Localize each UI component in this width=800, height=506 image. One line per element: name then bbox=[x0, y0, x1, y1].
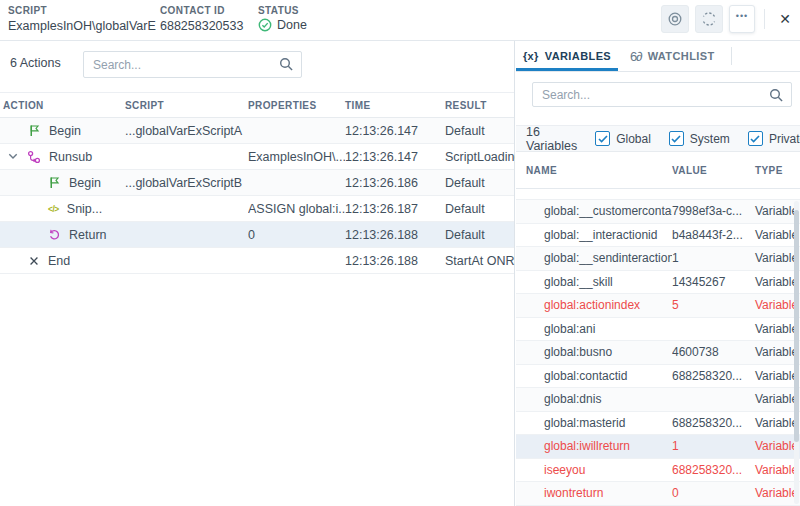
action-result: StartAt ONRELE bbox=[445, 254, 515, 268]
variable-row[interactable]: global:__interactionid b4a8443f-2... Var… bbox=[516, 224, 800, 248]
contact-id-label: CONTACT ID bbox=[160, 5, 243, 16]
variable-name: global:busno bbox=[516, 345, 672, 359]
variable-type: Variable bbox=[752, 416, 800, 430]
variable-name: global:__interactionid bbox=[516, 228, 672, 242]
col-name: NAME bbox=[516, 165, 672, 176]
variable-value: 688258320... bbox=[672, 416, 752, 430]
variable-name: global:masterid bbox=[516, 416, 672, 430]
variables-scrollbar-thumb[interactable] bbox=[794, 210, 799, 442]
variable-type: Variable bbox=[752, 345, 800, 359]
col-script: SCRIPT bbox=[125, 100, 248, 111]
variable-name: iwontreturn bbox=[516, 486, 672, 500]
variable-type: Variable bbox=[752, 486, 800, 500]
actions-table-header: ACTION SCRIPT PROPERTIES TIME RESULT bbox=[0, 92, 514, 118]
filter-private[interactable]: Private bbox=[748, 131, 800, 146]
return-arrow-icon bbox=[48, 228, 61, 241]
script-debugger-window: SCRIPT ExamplesInOH\globalVarExScri... C… bbox=[0, 0, 800, 506]
action-row-begin-a[interactable]: Begin ...globalVarExScriptA 12:13:26.147… bbox=[0, 118, 514, 144]
search-icon bbox=[769, 88, 784, 103]
variables-search-input[interactable] bbox=[532, 82, 792, 107]
header-field-contact-id: CONTACT ID 688258320533 bbox=[160, 5, 243, 33]
actions-count: 6 Actions bbox=[10, 56, 61, 70]
action-result: Default bbox=[445, 124, 515, 138]
variable-row[interactable]: global:contactid 688258320... Variable bbox=[516, 365, 800, 389]
action-row-end[interactable]: End 12:13:26.188 StartAt ONRELE bbox=[0, 248, 514, 274]
tab-watchlist[interactable]: 6∂ WATCHLIST bbox=[630, 41, 717, 71]
variable-row[interactable]: global:__customercontac... 7998ef3a-c...… bbox=[516, 200, 800, 224]
variable-row[interactable]: global:__sendinteraction... 1 Variable bbox=[516, 247, 800, 271]
variable-name: iseeyou bbox=[516, 463, 672, 477]
actions-panel: 6 Actions ACTION SCRIPT PROPERTIES TIME … bbox=[0, 41, 515, 506]
window-header: SCRIPT ExamplesInOH\globalVarExScri... C… bbox=[0, 0, 800, 41]
variable-name: global:__customercontac... bbox=[516, 204, 672, 218]
actions-search-input[interactable] bbox=[83, 51, 302, 78]
refresh-trace-button[interactable] bbox=[695, 5, 723, 33]
action-properties: 0 bbox=[248, 228, 345, 242]
variable-value: 0 bbox=[672, 486, 752, 500]
filter-system[interactable]: System bbox=[669, 131, 730, 146]
variable-type: Variable bbox=[752, 463, 800, 477]
filter-global-label: Global bbox=[616, 132, 651, 146]
close-button[interactable]: ✕ bbox=[774, 8, 796, 30]
checkbox-global[interactable] bbox=[595, 131, 610, 146]
variable-row[interactable]: global:dnis Variable bbox=[516, 388, 800, 412]
action-row-return[interactable]: Return 0 12:13:26.188 Default bbox=[0, 222, 514, 248]
col-value: VALUE bbox=[672, 165, 752, 176]
monitor-target-button[interactable] bbox=[661, 5, 689, 33]
begin-flag-icon bbox=[28, 124, 41, 137]
variable-row-selected[interactable]: global:iwillreturn 1 Variable bbox=[516, 435, 800, 459]
variable-row[interactable]: global:ani Variable bbox=[516, 318, 800, 342]
watchlist-glasses-icon: 6∂ bbox=[630, 49, 642, 64]
action-result: Default bbox=[445, 176, 515, 190]
variables-search-row bbox=[516, 72, 800, 125]
action-result: Default bbox=[445, 202, 515, 216]
variables-row-partial bbox=[516, 189, 800, 200]
inspector-tabs: {x} VARIABLES 6∂ WATCHLIST bbox=[516, 41, 800, 72]
tab-variables[interactable]: {x} VARIABLES bbox=[516, 41, 618, 71]
snippet-code-icon: </> bbox=[48, 204, 59, 214]
header-field-status: STATUS Done bbox=[258, 5, 307, 32]
variable-name: global:iwillreturn bbox=[516, 439, 672, 453]
check-icon bbox=[750, 135, 760, 143]
window-controls: ••• ✕ bbox=[661, 4, 796, 34]
variables-searchbox bbox=[532, 82, 792, 107]
variable-name: global:contactid bbox=[516, 369, 672, 383]
variable-row[interactable]: global:masterid 688258320... Variable bbox=[516, 412, 800, 436]
action-row-begin-b[interactable]: Begin ...globalVarExScriptB 12:13:26.186… bbox=[0, 170, 514, 196]
contact-id-value: 688258320533 bbox=[160, 19, 243, 33]
checkbox-system[interactable] bbox=[669, 131, 684, 146]
actions-searchbox bbox=[83, 51, 302, 78]
action-row-runsub[interactable]: Runsub ExamplesInOH\... 12:13:26.147 Scr… bbox=[0, 144, 514, 170]
filter-global[interactable]: Global bbox=[595, 131, 651, 146]
variable-type: Variable bbox=[752, 322, 800, 336]
variable-row[interactable]: global:__skill 14345267 Variable bbox=[516, 271, 800, 295]
checkbox-private[interactable] bbox=[748, 131, 763, 146]
filter-system-label: System bbox=[690, 132, 730, 146]
ellipsis-icon: ••• bbox=[736, 11, 748, 21]
variable-row[interactable]: iwontreturn 0 Variable bbox=[516, 482, 800, 506]
variables-icon: {x} bbox=[523, 50, 539, 62]
more-options-button[interactable]: ••• bbox=[729, 5, 755, 33]
variable-row[interactable]: global:actionindex 5 Variable bbox=[516, 294, 800, 318]
variable-row[interactable]: iseeyou 688258320... Variable bbox=[516, 459, 800, 483]
status-badge: Done bbox=[277, 18, 307, 32]
variable-name: global:actionindex bbox=[516, 298, 672, 312]
variable-value: 14345267 bbox=[672, 275, 752, 289]
variable-type: Variable bbox=[752, 298, 800, 312]
col-time: TIME bbox=[345, 100, 445, 111]
variable-type: Variable bbox=[752, 275, 800, 289]
action-name: Begin bbox=[69, 176, 101, 190]
variable-value: 1 bbox=[672, 439, 752, 453]
action-time: 12:13:26.147 bbox=[345, 150, 445, 164]
col-properties: PROPERTIES bbox=[248, 100, 345, 111]
script-value: ExamplesInOH\globalVarExScri... bbox=[8, 19, 156, 33]
variables-count: 16 Variables bbox=[526, 125, 577, 153]
action-row-snippet[interactable]: </> Snip... ASSIGN global:i... 12:13:26.… bbox=[0, 196, 514, 222]
variable-row[interactable]: global:busno 4600738 Variable bbox=[516, 341, 800, 365]
status-done-check-icon bbox=[258, 18, 272, 32]
action-name: Snip... bbox=[67, 202, 102, 216]
filter-private-label: Private bbox=[769, 132, 800, 146]
collapse-expander[interactable] bbox=[7, 153, 19, 160]
tab-divider bbox=[731, 47, 732, 65]
variable-name: global:__sendinteraction... bbox=[516, 251, 672, 265]
